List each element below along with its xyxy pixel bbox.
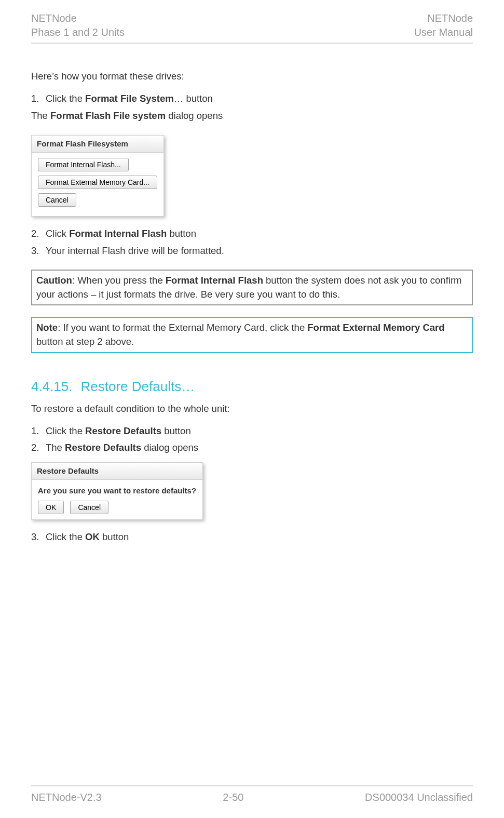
step-text: Click the Restore Defaults button (46, 424, 191, 438)
cancel-button[interactable]: Cancel (70, 501, 108, 514)
step-number: 1. (31, 92, 46, 106)
format-external-memory-card-button[interactable]: Format External Memory Card... (38, 176, 157, 189)
step-number: 2. (31, 441, 46, 455)
format-step-2: 2. Click Format Internal Flash button (31, 227, 473, 241)
cancel-button[interactable]: Cancel (38, 193, 76, 207)
format-step-1: 1. Click the Format File System… button (31, 92, 473, 106)
step-number: 1. (31, 424, 46, 438)
note-box: Note: If you want to format the External… (31, 317, 473, 353)
ok-button[interactable]: OK (38, 501, 64, 514)
header-left-line1: NETNode (31, 11, 125, 25)
dialog-title: Format Flash Filesystem (32, 136, 164, 153)
header-right-line1: NETNode (414, 11, 473, 25)
dialog-title: Restore Defaults (32, 463, 202, 480)
step-number: 3. (31, 244, 46, 258)
footer-center: 2-50 (223, 792, 243, 803)
step-text: Click Format Internal Flash button (46, 227, 196, 241)
restore-step-1: 1. Click the Restore Defaults button (31, 424, 473, 438)
page-header: NETNode Phase 1 and 2 Units NETNode User… (31, 11, 473, 44)
format-step-3: 3. Your internal Flash drive will be for… (31, 244, 473, 258)
footer-right: DS000034 Unclassified (365, 792, 473, 803)
intro-text: Here’s how you format these drives: (31, 70, 473, 84)
note-label: Note (36, 322, 58, 333)
dialog-question: Are you sure you want to restore default… (38, 485, 196, 497)
footer-left: NETNode-V2.3 (31, 792, 102, 803)
section-title: Restore Defaults… (81, 379, 195, 394)
step-text: Your internal Flash drive will be format… (46, 244, 224, 258)
header-right-line2: User Manual (414, 25, 473, 39)
header-left: NETNode Phase 1 and 2 Units (31, 11, 125, 39)
header-right: NETNode User Manual (414, 11, 473, 39)
step-text: Click the Format File System… button (46, 92, 213, 106)
restore-intro: To restore a default condition to the wh… (31, 402, 473, 416)
step-number: 2. (31, 227, 46, 241)
format-step-1-result: The Format Flash File system dialog open… (31, 109, 473, 123)
section-heading: 4.4.15.Restore Defaults… (31, 377, 473, 397)
step-number: 3. (31, 530, 46, 544)
format-internal-flash-button[interactable]: Format Internal Flash... (38, 158, 129, 171)
restore-defaults-dialog: Restore Defaults Are you sure you want t… (31, 462, 203, 520)
section-number: 4.4.15. (31, 379, 73, 394)
step-text: Click the OK button (46, 530, 129, 544)
restore-step-2: 2. The Restore Defaults dialog opens (31, 441, 473, 455)
restore-step-3: 3. Click the OK button (31, 530, 473, 544)
header-left-line2: Phase 1 and 2 Units (31, 25, 125, 39)
caution-label: Caution (36, 275, 72, 286)
format-flash-dialog: Format Flash Filesystem Format Internal … (31, 135, 164, 217)
page-footer: NETNode-V2.3 2-50 DS000034 Unclassified (31, 785, 473, 803)
caution-box: Caution: When you press the Format Inter… (31, 270, 473, 306)
step-text: The Restore Defaults dialog opens (46, 441, 198, 455)
